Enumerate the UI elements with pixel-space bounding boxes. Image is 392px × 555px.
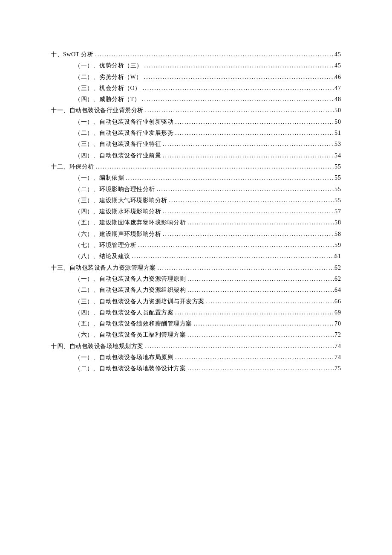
- toc-entry-label: （四）、自动包装设备人员配置方案: [75, 307, 173, 318]
- toc-entry-page: 75: [334, 363, 341, 374]
- toc-entry: （二）、自动包装设备人力资源组织架构64: [51, 285, 341, 296]
- toc-entry-label: （五）、自动包装设备绩效和薪酬管理方案: [75, 318, 192, 329]
- toc-leader-dots: [142, 72, 334, 83]
- toc-entry-label: （三）、建设期大气环境影响分析: [75, 195, 167, 206]
- toc-leader-dots: [161, 150, 334, 161]
- toc-leader-dots: [130, 251, 335, 262]
- toc-leader-dots: [173, 307, 334, 318]
- toc-entry-page: 59: [334, 240, 341, 251]
- toc-entry-page: 54: [334, 150, 341, 161]
- toc-entry-page: 55: [334, 184, 341, 195]
- toc-entry-label: （三）、机会分析（O）: [75, 83, 141, 94]
- toc-entry: （二）、环境影响合理性分析55: [51, 184, 341, 195]
- toc-leader-dots: [93, 49, 334, 60]
- toc-entry: （三）、自动包装设备人力资源培训与开发方案66: [51, 296, 341, 307]
- toc-entry-label: （四）、威胁分析（T）: [75, 94, 140, 105]
- toc-entry: （三）、机会分析（O）47: [51, 83, 341, 94]
- toc-entry-page: 66: [334, 296, 341, 307]
- toc-entry-label: （二）、自动包装设备行业发展形势: [75, 128, 173, 139]
- toc-leader-dots: [186, 363, 334, 374]
- toc-leader-dots: [186, 329, 334, 340]
- toc-entry-label: 十、SwOT 分析: [51, 49, 93, 60]
- toc-entry: （一）、优势分析（三）45: [51, 60, 341, 71]
- toc-entry-page: 45: [334, 49, 341, 60]
- toc-leader-dots: [173, 352, 334, 363]
- toc-leader-dots: [94, 161, 335, 172]
- toc-entry-page: 55: [334, 172, 341, 183]
- toc-entry-page: 47: [334, 83, 341, 94]
- toc-entry-page: 64: [334, 285, 341, 296]
- toc-entry: （四）、自动包装设备人员配置方案69: [51, 307, 341, 318]
- toc-leader-dots: [173, 116, 334, 128]
- toc-entry-page: 62: [334, 273, 341, 285]
- toc-entry-page: 51: [334, 128, 341, 139]
- toc-entry: （一）、自动包装设备人力资源管理原则62: [51, 273, 341, 285]
- toc-entry-label: 十四、自动包装设备场地规划方案: [51, 341, 144, 352]
- toc-entry: （七）、环境管理分析59: [51, 240, 341, 251]
- toc-entry-label: （二）、自动包装设备场地装修设计方案: [75, 363, 186, 374]
- toc-entry-label: 十二、环保分析: [51, 161, 94, 172]
- toc-entry-label: （一）、编制依据: [75, 172, 124, 183]
- toc-entry: （三）、建设期大气环境影响分析55: [51, 195, 341, 206]
- toc-entry-page: 74: [334, 352, 341, 363]
- toc-entry: （六）、自动包装设备员工福利管理方案72: [51, 329, 341, 340]
- toc-leader-dots: [192, 318, 335, 329]
- toc-leader-dots: [136, 240, 334, 251]
- toc-entry-label: （六）、自动包装设备员工福利管理方案: [75, 329, 186, 340]
- toc-leader-dots: [186, 285, 334, 296]
- toc-entry: （五）、自动包装设备绩效和薪酬管理方案70: [51, 318, 341, 329]
- toc-container: 十、SwOT 分析45（一）、优势分析（三）45（二）、劣势分析（W）46（三）…: [51, 49, 341, 375]
- toc-entry-page: 53: [334, 139, 341, 150]
- toc-entry-page: 57: [334, 206, 341, 217]
- toc-entry-page: 55: [334, 161, 341, 172]
- toc-entry-label: （三）、自动包装设备人力资源培训与开发方案: [75, 296, 205, 307]
- toc-entry: 十、SwOT 分析45: [51, 49, 341, 60]
- toc-entry: 十四、自动包装设备场地规划方案74: [51, 341, 341, 352]
- toc-entry: （四）、建设期水环境影响分析57: [51, 206, 341, 217]
- toc-entry: （四）、威胁分析（T）48: [51, 94, 341, 105]
- toc-entry-label: 十一、自动包装设备行业背景分析: [51, 105, 144, 116]
- toc-entry: （二）、自动包装设备场地装修设计方案75: [51, 363, 341, 374]
- toc-leader-dots: [173, 128, 334, 139]
- toc-entry-label: （二）、自动包装设备人力资源组织架构: [75, 285, 186, 296]
- toc-leader-dots: [141, 83, 334, 94]
- toc-entry-page: 58: [334, 229, 341, 240]
- toc-entry: （六）、建设期声环境影响分析58: [51, 229, 341, 240]
- toc-leader-dots: [186, 273, 334, 285]
- toc-entry-label: （一）、自动包装设备行业创新驱动: [75, 116, 173, 128]
- toc-entry-page: 62: [334, 262, 341, 273]
- toc-entry-label: （七）、环境管理分析: [75, 240, 136, 251]
- toc-entry: 十三、自动包装设备人力资源管理方案62: [51, 262, 341, 273]
- toc-entry-label: 十三、自动包装设备人力资源管理方案: [51, 262, 156, 273]
- toc-entry-page: 50: [334, 105, 341, 116]
- toc-entry-page: 46: [334, 72, 341, 83]
- toc-entry: （一）、自动包装设备场地布局原则74: [51, 352, 341, 363]
- toc-entry-page: 74: [334, 341, 341, 352]
- toc-entry: （五）、建设期固体废弃物环境影响分析58: [51, 217, 341, 228]
- toc-entry-label: （八）、结论及建议: [75, 251, 130, 262]
- toc-entry-label: （二）、环境影响合理性分析: [75, 184, 155, 195]
- toc-leader-dots: [161, 229, 334, 240]
- toc-leader-dots: [143, 60, 335, 71]
- toc-entry-page: 69: [334, 307, 341, 318]
- toc-entry-page: 70: [334, 318, 341, 329]
- toc-entry-label: （四）、自动包装设备行业前景: [75, 150, 161, 161]
- toc-entry-label: （三）、自动包装设备行业特征: [75, 139, 161, 150]
- toc-leader-dots: [124, 172, 334, 183]
- toc-entry-page: 61: [334, 251, 341, 262]
- toc-entry-page: 72: [334, 329, 341, 340]
- toc-entry: 十二、环保分析55: [51, 161, 341, 172]
- toc-entry-label: （五）、建设期固体废弃物环境影响分析: [75, 217, 186, 228]
- toc-entry: （四）、自动包装设备行业前景54: [51, 150, 341, 161]
- toc-entry: （八）、结论及建议61: [51, 251, 341, 262]
- toc-entry-page: 48: [334, 94, 341, 105]
- toc-leader-dots: [144, 341, 335, 352]
- toc-entry-label: （一）、自动包装设备人力资源管理原则: [75, 273, 186, 285]
- toc-entry-page: 50: [334, 116, 341, 128]
- toc-leader-dots: [161, 206, 334, 217]
- toc-entry-label: （一）、自动包装设备场地布局原则: [75, 352, 173, 363]
- toc-entry: （二）、劣势分析（W）46: [51, 72, 341, 83]
- toc-entry: （三）、自动包装设备行业特征53: [51, 139, 341, 150]
- toc-leader-dots: [140, 94, 334, 105]
- toc-entry-page: 45: [334, 60, 341, 71]
